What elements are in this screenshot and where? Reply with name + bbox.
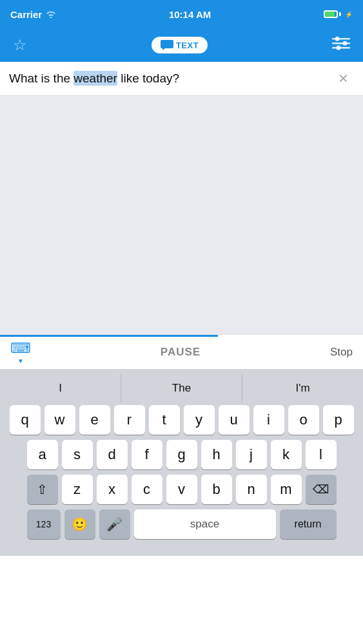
delete-key[interactable]: ⌫	[306, 475, 337, 504]
keyboard-icon: ⌨	[10, 340, 31, 357]
key-u[interactable]: u	[219, 405, 250, 435]
battery-indicator	[324, 10, 341, 18]
key-k[interactable]: k	[271, 440, 302, 469]
key-z[interactable]: z	[62, 475, 93, 504]
keyboard: I The I'm q w e r t y u i o p a s d f g …	[0, 369, 363, 556]
input-highlighted-word: weather	[74, 71, 117, 86]
status-bar-left: Carrier	[10, 9, 56, 20]
status-bar-time: 10:14 AM	[169, 9, 211, 20]
svg-rect-0	[332, 38, 350, 40]
pause-button[interactable]: PAUSE	[31, 346, 330, 359]
key-n[interactable]: n	[236, 475, 267, 504]
key-w[interactable]: w	[44, 405, 75, 435]
key-f[interactable]: f	[132, 440, 162, 469]
key-r[interactable]: r	[114, 405, 145, 435]
key-row-4: 123 🙂 🎤 space return	[3, 509, 360, 539]
autocomplete-item-i[interactable]: I	[0, 374, 121, 402]
key-d[interactable]: d	[97, 440, 128, 469]
key-x[interactable]: x	[97, 475, 128, 504]
space-key[interactable]: space	[134, 509, 276, 539]
key-s[interactable]: s	[62, 440, 93, 469]
safe-area	[0, 544, 363, 553]
search-row: What is the weather like today? ✕	[0, 62, 363, 96]
shift-key[interactable]: ⇧	[27, 475, 58, 504]
keyboard-toggle-button[interactable]: ⌨ ▼	[10, 340, 31, 365]
key-v[interactable]: v	[166, 475, 197, 504]
svg-point-5	[336, 46, 340, 50]
key-rows: q w e r t y u i o p a s d f g h j k l ⇧ …	[0, 402, 363, 539]
battery-fill	[325, 12, 335, 17]
svg-point-1	[335, 37, 339, 41]
key-y[interactable]: y	[184, 405, 215, 435]
key-row-1: q w e r t y u i o p	[3, 405, 360, 435]
emoji-key[interactable]: 🙂	[64, 509, 95, 539]
svg-rect-4	[332, 47, 350, 49]
settings-button[interactable]	[332, 36, 350, 54]
content-area	[0, 96, 363, 334]
key-g[interactable]: g	[166, 440, 197, 469]
status-bar: Carrier 10:14 AM ⚡	[0, 0, 363, 28]
autocomplete-item-the[interactable]: The	[121, 374, 242, 402]
key-e[interactable]: e	[79, 405, 110, 435]
speech-bubble-icon	[161, 40, 173, 50]
key-row-3: ⇧ z x c v b n m ⌫	[3, 475, 360, 504]
progress-bar	[0, 335, 218, 337]
status-bar-right: ⚡	[324, 10, 353, 18]
text-mode-button[interactable]: TEXT	[152, 37, 208, 53]
bolt-icon: ⚡	[345, 11, 353, 18]
clear-button[interactable]: ✕	[333, 68, 354, 89]
key-j[interactable]: j	[236, 440, 267, 469]
key-h[interactable]: h	[201, 440, 232, 469]
key-p[interactable]: p	[323, 405, 354, 435]
key-b[interactable]: b	[201, 475, 232, 504]
key-c[interactable]: c	[132, 475, 162, 504]
text-mode-label: TEXT	[176, 41, 199, 50]
key-l[interactable]: l	[306, 440, 337, 469]
input-text-after: like today?	[117, 71, 179, 85]
sliders-icon	[332, 36, 350, 50]
microphone-key[interactable]: 🎤	[99, 509, 130, 539]
wifi-icon	[46, 10, 56, 18]
key-o[interactable]: o	[288, 405, 319, 435]
battery-tip	[339, 12, 341, 16]
key-a[interactable]: a	[27, 440, 58, 469]
bottom-toolbar: ⌨ ▼ PAUSE Stop	[0, 334, 363, 369]
chevron-down-icon: ▼	[17, 358, 24, 365]
nav-bar: ☆ TEXT	[0, 28, 363, 62]
stop-button[interactable]: Stop	[330, 346, 353, 359]
input-text-before: What is the	[9, 71, 74, 85]
autocomplete-row: I The I'm	[0, 374, 363, 402]
key-row-2: a s d f g h j k l	[3, 440, 360, 469]
autocomplete-item-im[interactable]: I'm	[242, 374, 363, 402]
return-key[interactable]: return	[280, 509, 337, 539]
svg-point-3	[342, 41, 347, 46]
numbers-key[interactable]: 123	[27, 509, 61, 539]
svg-rect-2	[332, 43, 350, 44]
carrier-label: Carrier	[10, 9, 42, 20]
favorites-button[interactable]: ☆	[13, 36, 27, 54]
key-t[interactable]: t	[149, 405, 180, 435]
key-q[interactable]: q	[10, 405, 41, 435]
key-m[interactable]: m	[271, 475, 302, 504]
search-input-text[interactable]: What is the weather like today?	[9, 71, 333, 87]
key-i[interactable]: i	[253, 405, 284, 435]
battery-body	[324, 10, 338, 18]
